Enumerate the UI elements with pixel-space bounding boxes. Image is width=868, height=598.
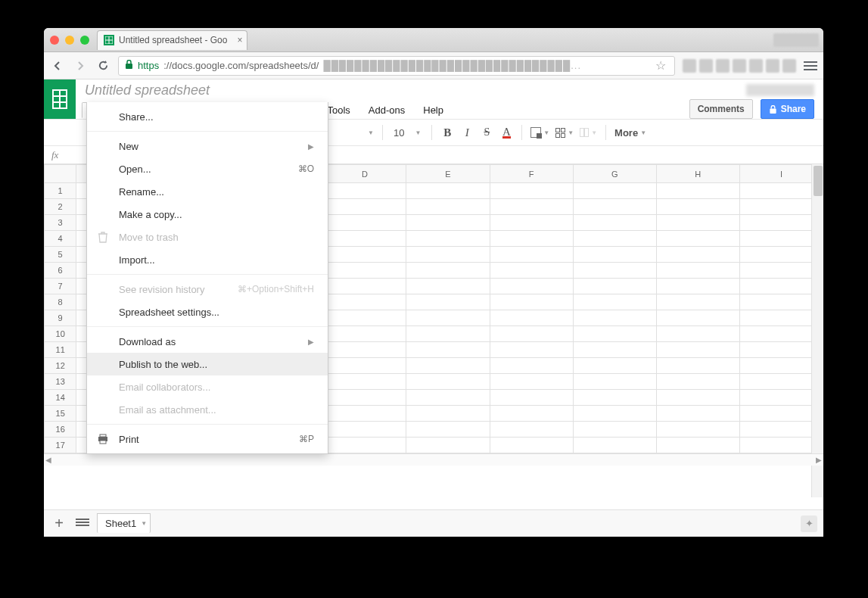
cell[interactable] [656, 406, 739, 422]
text-color-button[interactable]: A [497, 123, 515, 142]
cell[interactable] [573, 294, 656, 310]
comments-button[interactable]: Comments [689, 99, 753, 119]
star-icon[interactable]: ☆ [653, 58, 668, 73]
menu-item-publish-web[interactable]: Publish to the web... [87, 353, 328, 375]
cell[interactable] [739, 422, 823, 438]
cell[interactable] [406, 263, 490, 279]
cell[interactable] [656, 279, 739, 294]
cell[interactable] [739, 358, 823, 374]
scroll-right-icon[interactable]: ▶ [816, 456, 822, 464]
cell[interactable] [739, 310, 823, 326]
cell[interactable] [323, 231, 406, 247]
cell[interactable] [573, 199, 656, 215]
cell[interactable] [656, 183, 739, 199]
row-header[interactable]: 4 [45, 231, 76, 247]
cell[interactable] [739, 326, 823, 342]
cell[interactable] [739, 263, 823, 279]
cell[interactable] [656, 247, 739, 263]
add-sheet-button[interactable]: + [50, 515, 68, 532]
bold-button[interactable]: B [438, 123, 456, 142]
cell[interactable] [573, 326, 656, 342]
cell[interactable] [573, 422, 656, 438]
row-header[interactable]: 7 [45, 279, 76, 294]
cell[interactable] [406, 422, 490, 438]
sheets-logo-icon[interactable] [44, 79, 76, 119]
cell[interactable] [739, 199, 823, 215]
row-header[interactable]: 15 [45, 406, 76, 422]
cell[interactable] [406, 406, 490, 422]
cell[interactable] [406, 279, 490, 294]
menu-item-print[interactable]: Print⌘P [87, 428, 328, 450]
extension-icon[interactable] [782, 59, 796, 73]
row-header[interactable]: 1 [45, 183, 76, 199]
cell[interactable] [656, 342, 739, 358]
column-header[interactable]: I [739, 165, 823, 183]
cell[interactable] [739, 390, 823, 406]
cell[interactable] [406, 374, 490, 390]
row-header[interactable]: 14 [45, 390, 76, 406]
cell[interactable] [490, 310, 573, 326]
extension-icon[interactable] [699, 59, 713, 73]
cell[interactable] [739, 247, 823, 263]
cell[interactable] [490, 247, 573, 263]
browser-tab[interactable]: Untitled spreadsheet - Goo × [97, 30, 247, 50]
cell[interactable] [490, 215, 573, 231]
cell[interactable] [739, 406, 823, 422]
close-window-button[interactable] [50, 36, 59, 45]
cell[interactable] [656, 374, 739, 390]
cell[interactable] [490, 374, 573, 390]
cell[interactable] [656, 199, 739, 215]
column-header[interactable]: F [490, 165, 573, 183]
more-button[interactable]: More▼ [612, 123, 649, 142]
tab-close-icon[interactable]: × [237, 35, 242, 45]
menu-item-spreadsheet-settings[interactable]: Spreadsheet settings... [87, 301, 328, 323]
cell[interactable] [739, 231, 823, 247]
menu-tools[interactable]: Tools [325, 103, 351, 117]
row-header[interactable]: 13 [45, 374, 76, 390]
cell[interactable] [656, 231, 739, 247]
extension-icon[interactable] [749, 59, 763, 73]
cell[interactable] [490, 438, 573, 453]
cell[interactable] [323, 263, 406, 279]
extension-icon[interactable] [683, 59, 696, 73]
row-header[interactable]: 12 [45, 358, 76, 374]
extension-icon[interactable] [716, 59, 730, 73]
cell[interactable] [406, 199, 490, 215]
cell[interactable] [573, 247, 656, 263]
row-header[interactable]: 3 [45, 215, 76, 231]
row-header[interactable]: 16 [45, 422, 76, 438]
cell[interactable] [490, 358, 573, 374]
cell[interactable] [406, 390, 490, 406]
cell[interactable] [490, 326, 573, 342]
cell[interactable] [323, 374, 406, 390]
font-size-picker[interactable]: 10▼ [389, 123, 425, 142]
cell[interactable] [490, 263, 573, 279]
cell[interactable] [656, 358, 739, 374]
cell[interactable] [406, 438, 490, 453]
address-bar[interactable]: https://docs.google.com/spreadsheets/d/█… [118, 56, 675, 76]
select-all-corner[interactable] [45, 165, 76, 183]
browser-menu-icon[interactable] [804, 61, 817, 70]
all-sheets-button[interactable] [76, 519, 89, 529]
cell[interactable] [323, 438, 406, 453]
menu-item-new[interactable]: New▶ [87, 135, 328, 157]
cell[interactable] [573, 279, 656, 294]
cell[interactable] [656, 438, 739, 453]
row-header[interactable]: 11 [45, 342, 76, 358]
cell[interactable] [323, 247, 406, 263]
vertical-scrollbar[interactable] [811, 164, 823, 497]
cell[interactable] [739, 294, 823, 310]
sheet-tab[interactable]: Sheet1 ▼ [97, 513, 151, 533]
cell[interactable] [573, 310, 656, 326]
menu-item-download-as[interactable]: Download as▶ [87, 330, 328, 353]
cell[interactable] [406, 183, 490, 199]
strikethrough-button[interactable]: S [478, 123, 496, 142]
cell[interactable] [323, 358, 406, 374]
cell[interactable] [323, 215, 406, 231]
column-header[interactable]: H [656, 165, 739, 183]
cell[interactable] [656, 326, 739, 342]
cell[interactable] [573, 263, 656, 279]
italic-button[interactable]: I [458, 123, 476, 142]
share-button[interactable]: Share [761, 99, 814, 119]
menu-item-import[interactable]: Import... [87, 248, 328, 271]
